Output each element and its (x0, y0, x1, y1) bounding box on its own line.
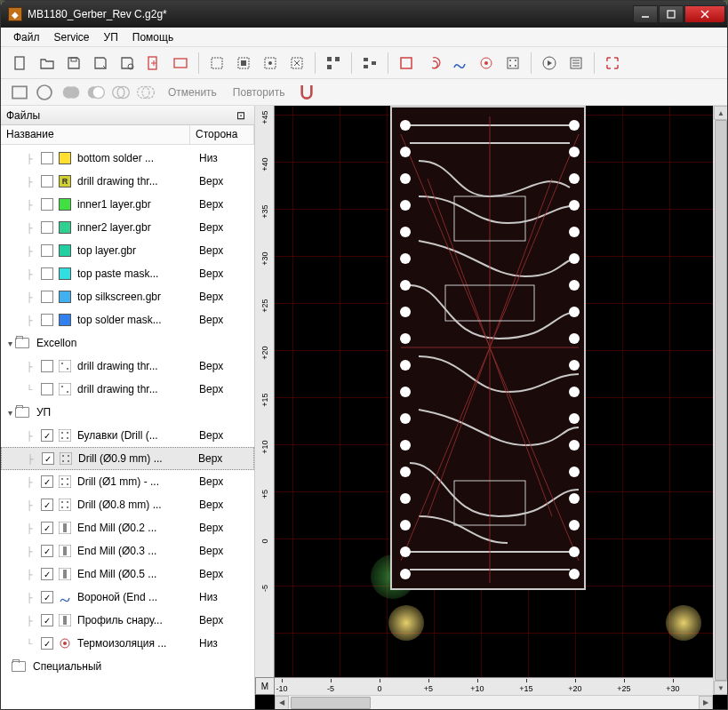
import-button[interactable] (141, 51, 166, 76)
checkbox[interactable] (41, 267, 53, 280)
up-item[interactable]: ├✓End Mill (Ø0.5 ...Верх (1, 562, 254, 586)
rect-tool[interactable] (8, 81, 31, 104)
target-button[interactable] (474, 51, 499, 76)
group-special[interactable]: Специальный (1, 655, 254, 678)
minimize-button[interactable] (633, 5, 658, 23)
save-as-button[interactable] (88, 51, 113, 76)
gerber-item[interactable]: ├top silkscreen.gbrВерх (1, 285, 254, 308)
checkbox[interactable] (41, 152, 53, 164)
pcb-viewport[interactable] (275, 106, 713, 677)
run-button[interactable] (537, 51, 562, 76)
select-all-button[interactable] (204, 51, 229, 76)
checkbox[interactable]: ✓ (42, 452, 54, 465)
scroll-right-button[interactable]: ▶ (699, 696, 713, 710)
checkbox[interactable] (41, 360, 53, 372)
group-up[interactable]: ▾УП (1, 401, 254, 424)
checkbox[interactable]: ✓ (41, 568, 53, 580)
gerber-item[interactable]: ├top solder mask...Верх (1, 308, 254, 331)
scroll-left-button[interactable]: ◀ (275, 696, 289, 710)
up-item[interactable]: ├✓Булавки (Drill (...Верх (1, 424, 254, 447)
ruler-unit[interactable]: M (255, 677, 275, 695)
intersect-tool[interactable] (109, 81, 132, 104)
checkbox[interactable]: ✓ (41, 614, 53, 626)
col-side[interactable]: Сторона (190, 125, 254, 144)
qr-button[interactable] (321, 51, 346, 76)
close-button[interactable] (684, 5, 725, 23)
scrollbar-horizontal[interactable]: ◀ ▶ (275, 695, 713, 709)
checkbox[interactable] (41, 244, 53, 257)
dots-button[interactable] (500, 51, 525, 76)
spiral-button[interactable] (420, 51, 445, 76)
new-button[interactable] (8, 51, 33, 76)
list-button[interactable] (564, 51, 588, 76)
checkbox[interactable] (41, 383, 53, 395)
col-name[interactable]: Название (1, 125, 190, 144)
svg-rect-8 (174, 59, 187, 68)
path-button[interactable] (447, 51, 472, 76)
menu-service[interactable]: Service (47, 29, 97, 45)
excellon-item[interactable]: └drill drawing thr...Верх (1, 378, 254, 401)
checkbox[interactable] (41, 291, 53, 303)
menu-up[interactable]: УП (97, 29, 125, 45)
select-inv-button[interactable] (258, 51, 283, 76)
layer-red-button[interactable] (394, 51, 419, 76)
expander-icon[interactable]: ▾ (4, 408, 15, 418)
item-side: Низ (196, 591, 254, 603)
up-item[interactable]: ├✓End Mill (Ø0.3 ...Верх (1, 539, 254, 562)
open-button[interactable] (35, 51, 60, 76)
checkbox[interactable]: ✓ (41, 429, 53, 442)
gerber-item[interactable]: ├inner2 layer.gbrВерх (1, 216, 254, 239)
scroll-up-button[interactable]: ▲ (714, 106, 727, 120)
export-button[interactable] (115, 51, 140, 76)
select-expand-button[interactable] (284, 51, 309, 76)
file-tree[interactable]: ├bottom solder ...Низ├Rdrill drawing thr… (1, 145, 254, 709)
menu-file[interactable]: Файл (6, 29, 47, 45)
up-item[interactable]: ├✓Drill (Ø1 mm) - ...Верх (1, 470, 254, 493)
checkbox[interactable]: ✓ (41, 475, 53, 488)
scrollbar-vertical[interactable]: ▲ ▼ (713, 106, 727, 695)
undo-button[interactable]: Отменить (161, 84, 224, 101)
checkbox[interactable]: ✓ (41, 637, 53, 650)
up-item[interactable]: ├✓End Mill (Ø0.2 ...Верх (1, 516, 254, 539)
checkbox[interactable] (41, 175, 53, 187)
up-item[interactable]: ├✓Drill (Ø0.9 mm) ...Верх (1, 447, 254, 470)
excellon-item[interactable]: ├drill drawing thr...Верх (1, 355, 254, 378)
scroll-down-button[interactable]: ▼ (714, 681, 727, 695)
up-item[interactable]: ├✓Профиль снару...Верх (1, 609, 254, 632)
fit-button[interactable] (600, 51, 625, 76)
checkbox[interactable] (41, 221, 53, 234)
up-item[interactable]: └✓Термоизоляция ...Низ (1, 632, 254, 655)
align-button[interactable] (357, 51, 382, 76)
group-excellon[interactable]: ▾Excellon (1, 331, 254, 355)
checkbox[interactable]: ✓ (41, 522, 53, 534)
svg-rect-17 (327, 65, 332, 69)
gerber-item[interactable]: ├inner1 layer.gbrВерх (1, 193, 254, 216)
xor-tool[interactable] (134, 81, 157, 104)
up-item[interactable]: ├✓Drill (Ø0.8 mm) ...Верх (1, 493, 254, 516)
checkbox[interactable]: ✓ (41, 499, 53, 511)
maximize-button[interactable] (659, 5, 684, 23)
pin-icon[interactable]: ⊡ (236, 109, 249, 122)
gerber-item[interactable]: ├top paste mask...Верх (1, 262, 254, 285)
magnet-button[interactable] (295, 81, 318, 104)
union-tool[interactable] (60, 81, 83, 104)
subtract-tool[interactable] (84, 81, 108, 104)
circle-tool[interactable] (33, 81, 56, 104)
svg-point-49 (67, 391, 68, 393)
checkbox[interactable] (41, 198, 53, 211)
expander-icon[interactable]: ▾ (4, 339, 15, 348)
gerber-item[interactable]: ├Rdrill drawing thr...Верх (1, 170, 254, 193)
checkbox[interactable]: ✓ (41, 545, 53, 557)
checkbox[interactable]: ✓ (41, 591, 53, 603)
menu-help[interactable]: Помощь (125, 29, 180, 45)
save-button[interactable] (61, 51, 86, 76)
select-rect-button[interactable] (231, 51, 256, 76)
checkbox[interactable] (41, 314, 53, 326)
gerber-item[interactable]: ├top layer.gbrВерх (1, 239, 254, 262)
layer-button[interactable] (168, 51, 193, 76)
up-item[interactable]: ├✓Вороной (End ...Низ (1, 586, 254, 609)
color-swatch: R (59, 175, 71, 187)
mill-icon (59, 568, 71, 580)
gerber-item[interactable]: ├bottom solder ...Низ (1, 147, 254, 170)
redo-button[interactable]: Повторить (226, 84, 292, 101)
